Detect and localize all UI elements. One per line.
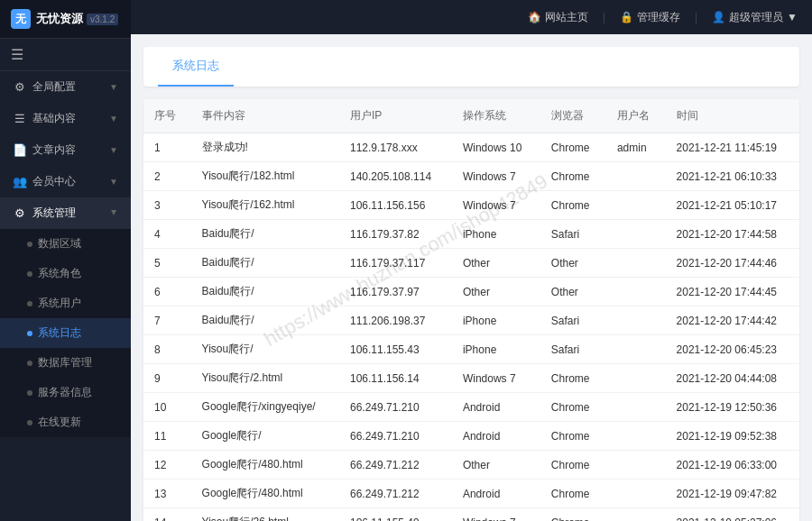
cell-0: 1 (143, 133, 191, 162)
topbar-manage-label: 管理缓存 (637, 10, 680, 25)
sidebar-item-system-label: 系统管理 (32, 206, 76, 221)
sidebar-item-wenzhang-label: 文章内容 (32, 142, 76, 158)
logo-icon: 无 (11, 9, 31, 29)
menu-toggle-btn[interactable]: ☰ (0, 39, 131, 71)
cell-3: iPhone (452, 306, 540, 335)
sidebar-item-quanju-label: 全局配置 (32, 79, 76, 95)
dot-icon (27, 361, 32, 366)
cell-1: Yisou爬行/182.html (191, 162, 339, 191)
col-header-id: 序号 (143, 99, 191, 133)
chevron-down-icon: ▼ (109, 177, 118, 187)
cell-4: Chrome (540, 422, 606, 451)
chevron-down-icon: ▼ (109, 145, 118, 155)
cell-6: 2021-12-21 05:10:17 (666, 191, 799, 220)
cell-5 (606, 422, 666, 451)
topbar: 🏠 网站主页 | 🔒 管理缓存 | 👤 超级管理员 ▼ (131, 0, 812, 34)
sidebar: 无 无忧资源 v3.1.2 ☰ ⚙ 全局配置 ▼ ☰ 基础内容 ▼ 📄 文章内容… (0, 0, 131, 521)
col-header-time: 时间 (666, 99, 799, 133)
cell-0: 3 (143, 191, 191, 220)
cell-0: 7 (143, 306, 191, 335)
content-area: 系统日志 序号 事件内容 用户IP 操作系统 浏览器 用户名 时间 (131, 34, 812, 521)
table-row: 5Baidu爬行/116.179.37.117OtherOther2021-12… (143, 249, 799, 278)
cell-4: Chrome (540, 364, 606, 393)
cell-1: Yisou爬行/26.html (191, 508, 339, 522)
cell-6: 2021-12-19 09:52:38 (666, 422, 799, 451)
cell-4: Other (540, 249, 606, 278)
cell-6: 2021-12-20 17:44:45 (666, 278, 799, 306)
jichu-icon: ☰ (13, 112, 27, 125)
cell-3: Other (452, 451, 540, 480)
sidebar-item-data-area[interactable]: 数据区域 (0, 229, 131, 259)
sidebar-item-online-update[interactable]: 在线更新 (0, 407, 131, 437)
cell-3: Other (452, 278, 540, 306)
cell-0: 12 (143, 451, 191, 480)
cell-5 (606, 162, 666, 191)
sidebar-item-jichu[interactable]: ☰ 基础内容 ▼ (0, 103, 131, 134)
topbar-manage[interactable]: 🔒 管理缓存 (620, 10, 680, 25)
cell-4: Chrome (540, 508, 606, 522)
cell-1: Baidu爬行/ (191, 306, 339, 335)
cell-5 (606, 393, 666, 422)
sidebar-item-member-label: 会员中心 (32, 174, 76, 189)
cell-6: 2021-12-20 17:44:42 (666, 306, 799, 335)
cell-3: iPhone (452, 335, 540, 364)
table-row: 4Baidu爬行/116.179.37.82iPhoneSafari2021-1… (143, 220, 799, 249)
cell-4: Safari (540, 220, 606, 249)
sidebar-item-sys-role-label: 系统角色 (38, 266, 81, 281)
cell-1: Baidu爬行/ (191, 278, 339, 306)
sidebar-item-sys-user-label: 系统用户 (38, 296, 81, 311)
table-row: 1登录成功!112.9.178.xxxWindows 10Chromeadmin… (143, 133, 799, 162)
cell-1: Yisou爬行/ (191, 335, 339, 364)
cell-6: 2021-12-20 17:44:46 (666, 249, 799, 278)
cell-4: Chrome (540, 191, 606, 220)
chevron-down-icon: ▼ (787, 11, 798, 23)
sidebar-item-sys-role[interactable]: 系统角色 (0, 259, 131, 288)
cell-2: 106.11.155.43 (339, 335, 452, 364)
cell-5 (606, 335, 666, 364)
cell-5 (606, 249, 666, 278)
chevron-up-icon: ▲ (109, 208, 118, 218)
cell-2: 106.11.155.49 (339, 508, 452, 522)
tab-syslog[interactable]: 系统日志 (158, 47, 234, 87)
sidebar-item-sys-user[interactable]: 系统用户 (0, 288, 131, 318)
logo-text: 无忧资源 (36, 11, 83, 27)
sidebar-item-server-info[interactable]: 服务器信息 (0, 378, 131, 407)
cell-4: Chrome (540, 393, 606, 422)
sidebar-item-system[interactable]: ⚙ 系统管理 ▲ (0, 197, 131, 229)
col-header-user: 用户名 (606, 99, 666, 133)
cell-2: 116.179.37.97 (339, 278, 452, 306)
sidebar-item-quanju[interactable]: ⚙ 全局配置 ▼ (0, 71, 131, 103)
cell-4: Chrome (540, 451, 606, 480)
sidebar-item-member[interactable]: 👥 会员中心 ▼ (0, 166, 131, 197)
cell-0: 9 (143, 364, 191, 393)
table-row: 14Yisou爬行/26.html106.11.155.49Windows 7C… (143, 508, 799, 522)
cell-4: Chrome (540, 162, 606, 191)
dot-icon (27, 390, 32, 396)
cell-4: Chrome (540, 133, 606, 162)
dot-icon (27, 271, 32, 277)
topbar-home-label: 网站主页 (545, 10, 588, 25)
table-header-row: 序号 事件内容 用户IP 操作系统 浏览器 用户名 时间 (143, 99, 799, 133)
hamburger-icon: ☰ (11, 47, 23, 62)
topbar-home[interactable]: 🏠 网站主页 (528, 10, 588, 25)
sidebar-item-wenzhang[interactable]: 📄 文章内容 ▼ (0, 134, 131, 166)
cell-6: 2021-12-19 06:33:00 (666, 451, 799, 480)
cell-3: Android (452, 393, 540, 422)
cell-2: 106.11.156.156 (339, 191, 452, 220)
cell-0: 6 (143, 278, 191, 306)
cell-5 (606, 508, 666, 522)
user-icon: 👤 (712, 11, 725, 23)
cell-6: 2021-12-20 06:45:23 (666, 335, 799, 364)
cell-6: 2021-12-21 11:45:19 (666, 133, 799, 162)
sidebar-item-attachment[interactable]: 数据库管理 (0, 348, 131, 378)
cell-2: 116.179.37.117 (339, 249, 452, 278)
cell-1: Google爬行/ (191, 422, 339, 451)
logo-version: v3.1.2 (87, 14, 118, 25)
cell-5 (606, 364, 666, 393)
sidebar-item-sys-log[interactable]: 系统日志 (0, 318, 131, 348)
sidebar-menu: ⚙ 全局配置 ▼ ☰ 基础内容 ▼ 📄 文章内容 ▼ 👥 会员中心 ▼ (0, 71, 131, 521)
cell-6: 2021-12-19 05:37:06 (666, 508, 799, 522)
topbar-user[interactable]: 👤 超级管理员 ▼ (712, 10, 798, 25)
dot-icon (27, 420, 32, 425)
cell-2: 66.249.71.212 (339, 480, 452, 508)
